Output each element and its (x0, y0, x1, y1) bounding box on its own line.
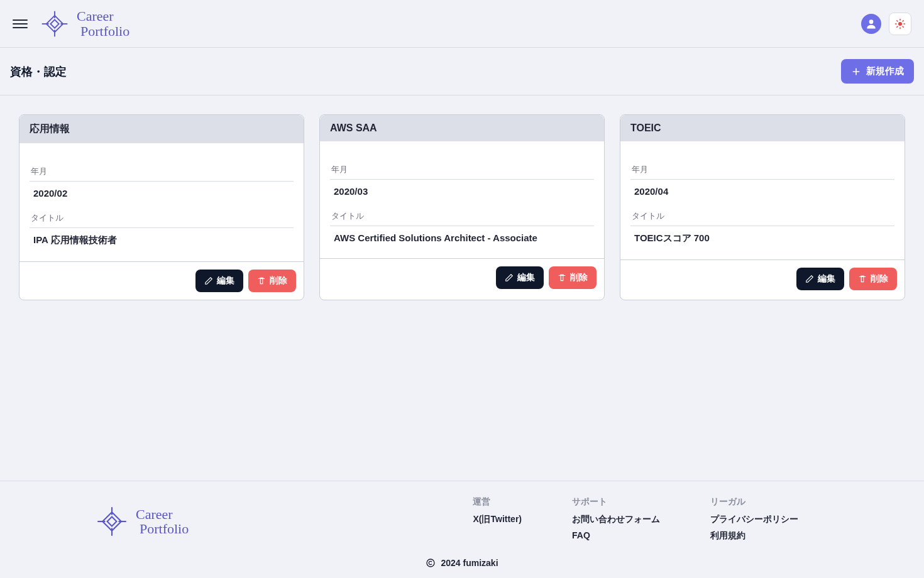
delete-button[interactable]: 削除 (849, 268, 897, 290)
qualification-card: 応用情報 年月 2020/02 タイトル IPA 応用情報技術者 (19, 114, 304, 300)
footer-brand-text: Career Portfolio (136, 507, 189, 536)
plus-icon (851, 67, 861, 77)
copyright-icon (426, 558, 436, 568)
footer-link-contact[interactable]: お問い合わせフォーム (572, 514, 660, 525)
footer-col-legal: リーガル プライバシーポリシー 利用規約 (710, 496, 798, 547)
qualification-card: AWS SAA 年月 2020/03 タイトル AWS Certified So… (319, 114, 605, 300)
page-title: 資格・認定 (10, 64, 67, 79)
title-label: タイトル (630, 210, 894, 226)
title-label: タイトル (330, 210, 594, 226)
card-body: 年月 2020/02 タイトル IPA 応用情報技術者 (19, 143, 304, 261)
delete-label: 削除 (570, 272, 588, 283)
sun-icon (894, 18, 906, 30)
title-value: IPA 応用情報技術者 (30, 234, 294, 246)
footer-link-faq[interactable]: FAQ (572, 530, 660, 540)
svg-line-15 (903, 20, 903, 21)
card-header: TOEIC (620, 115, 905, 141)
date-field: 年月 2020/04 (630, 164, 894, 197)
footer-link-privacy[interactable]: プライバシーポリシー (710, 514, 798, 525)
hamburger-icon[interactable] (13, 16, 28, 31)
footer-col-operation: 運営 X(旧Twitter) (473, 496, 522, 547)
edit-button[interactable]: 編集 (496, 266, 544, 289)
trash-icon (858, 275, 867, 283)
svg-line-13 (903, 26, 903, 27)
date-value: 2020/02 (30, 188, 294, 199)
date-field: 年月 2020/03 (330, 164, 594, 197)
footer-link-x[interactable]: X(旧Twitter) (473, 514, 522, 525)
cards-grid: 応用情報 年月 2020/02 タイトル IPA 応用情報技術者 (19, 114, 905, 300)
brand-logo[interactable]: Career Portfolio (39, 8, 129, 40)
new-button-label: 新規作成 (866, 65, 904, 77)
card-body: 年月 2020/04 タイトル TOEICスコア 700 (620, 141, 905, 259)
date-label: 年月 (30, 166, 294, 181)
edit-label: 編集 (217, 275, 234, 286)
pencil-icon (204, 276, 213, 285)
pencil-icon (805, 275, 814, 283)
delete-button[interactable]: 削除 (248, 270, 296, 292)
svg-point-7 (898, 22, 902, 26)
title-field: タイトル IPA 応用情報技術者 (30, 212, 294, 246)
qualification-card: TOEIC 年月 2020/04 タイトル TOEICスコア 700 (620, 114, 905, 300)
footer: Career Portfolio 運営 X(旧Twitter) サポート お問い… (0, 481, 924, 578)
footer-col-title: 運営 (473, 496, 522, 508)
footer-col-support: サポート お問い合わせフォーム FAQ (572, 496, 660, 547)
date-label: 年月 (630, 164, 894, 179)
trash-icon (558, 273, 566, 282)
delete-label: 削除 (871, 273, 888, 285)
footer-brand-logo[interactable]: Career Portfolio (94, 496, 189, 547)
date-value: 2020/04 (630, 186, 894, 197)
logo-icon (94, 504, 129, 539)
delete-button[interactable]: 削除 (549, 266, 597, 289)
edit-button[interactable]: 編集 (195, 270, 243, 292)
date-label: 年月 (330, 164, 594, 179)
svg-line-14 (897, 26, 898, 27)
date-field: 年月 2020/02 (30, 166, 294, 199)
svg-point-24 (427, 559, 434, 567)
titlebar: 資格・認定 新規作成 (0, 48, 924, 95)
delete-label: 削除 (270, 275, 287, 286)
svg-point-6 (869, 19, 874, 24)
footer-link-terms[interactable]: 利用規約 (710, 530, 798, 542)
title-label: タイトル (30, 212, 294, 227)
title-value: AWS Certified Solutions Architect - Asso… (330, 232, 594, 243)
logo-icon (39, 8, 70, 40)
avatar-button[interactable] (861, 14, 881, 34)
card-footer: 編集 削除 (620, 259, 905, 298)
date-value: 2020/03 (330, 186, 594, 197)
svg-rect-18 (102, 512, 121, 531)
card-header: AWS SAA (320, 115, 604, 141)
edit-label: 編集 (818, 273, 835, 285)
copyright: 2024 fumizaki (38, 558, 886, 572)
edit-button[interactable]: 編集 (796, 268, 844, 290)
user-icon (865, 18, 877, 30)
new-button[interactable]: 新規作成 (841, 59, 914, 84)
svg-line-12 (897, 20, 898, 21)
theme-toggle-button[interactable] (889, 13, 911, 35)
svg-rect-19 (107, 517, 117, 526)
title-value: TOEICスコア 700 (630, 232, 894, 244)
card-body: 年月 2020/03 タイトル AWS Certified Solutions … (320, 141, 604, 258)
pencil-icon (505, 273, 514, 282)
copyright-text: 2024 fumizaki (441, 558, 498, 568)
trash-icon (257, 276, 266, 285)
title-field: タイトル TOEICスコア 700 (630, 210, 894, 244)
edit-label: 編集 (517, 272, 535, 283)
card-header: 応用情報 (19, 115, 304, 143)
title-field: タイトル AWS Certified Solutions Architect -… (330, 210, 594, 243)
card-footer: 編集 削除 (320, 258, 604, 297)
card-footer: 編集 削除 (19, 261, 304, 300)
footer-col-title: サポート (572, 496, 660, 508)
svg-rect-1 (50, 19, 58, 28)
brand-text: Career Portfolio (77, 9, 129, 38)
content-area: 応用情報 年月 2020/02 タイトル IPA 応用情報技術者 (0, 95, 924, 481)
footer-columns: 運営 X(旧Twitter) サポート お問い合わせフォーム FAQ リーガル … (473, 496, 798, 547)
footer-col-title: リーガル (710, 496, 798, 508)
topbar: Career Portfolio (0, 0, 924, 48)
svg-rect-0 (47, 15, 63, 32)
